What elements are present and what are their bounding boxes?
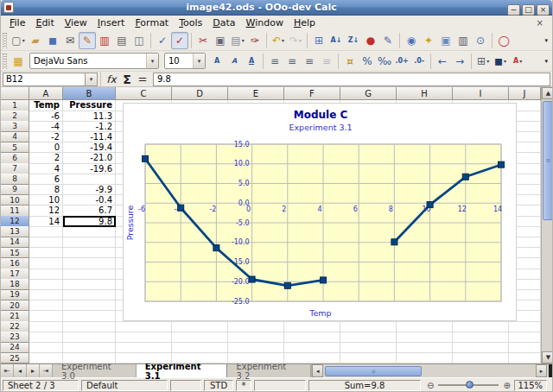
background-color-icon[interactable]: ◼▾ (492, 53, 509, 70)
spellcheck-icon[interactable]: ✓ (154, 32, 171, 49)
decrease-indent-icon[interactable]: ← (434, 53, 451, 70)
cell-B18[interactable] (63, 279, 116, 290)
formula-input[interactable]: 9.8 (153, 73, 550, 86)
borders-icon[interactable]: ⊞▾ (474, 53, 492, 70)
increase-indent-icon[interactable]: → (451, 53, 468, 70)
column-header-J[interactable]: J (509, 87, 541, 100)
sheet-position-field[interactable]: Sheet 2 / 3 (3, 380, 79, 391)
cell-C22[interactable] (116, 321, 172, 332)
cell-D22[interactable] (172, 321, 228, 332)
split-handle[interactable] (549, 364, 552, 377)
zoom-out-icon[interactable]: ⊖ (427, 381, 434, 390)
titlebar[interactable]: image42.ods - OOo-dev Calc −□× (1, 0, 552, 16)
row-header-6[interactable]: 6 (1, 153, 29, 164)
cell-B11[interactable]: 6.7 (63, 205, 116, 217)
cell-B15[interactable] (63, 248, 116, 259)
cell-B3[interactable]: -1.2 (63, 121, 116, 132)
row-header-4[interactable]: 4 (1, 132, 29, 143)
cell-A14[interactable] (29, 237, 63, 249)
vertical-scrollbar[interactable]: ▲ ≡ ▼ (541, 87, 553, 364)
column-header-A[interactable]: A (29, 87, 63, 100)
insert-hyperlink-icon[interactable]: ⊞ (310, 32, 327, 49)
delete-decimal-place-icon[interactable]: .0- (410, 53, 428, 70)
horizontal-scrollbar[interactable]: ◂ ≡ ▸ (311, 364, 552, 377)
zoom-slider-track[interactable] (438, 384, 499, 386)
navigator-icon[interactable]: ✦ (420, 32, 437, 49)
cell-A11[interactable]: 12 (29, 205, 63, 217)
cell-F22[interactable] (284, 321, 340, 332)
row-header-22[interactable]: 22 (1, 321, 29, 332)
show-draw-functions-icon[interactable]: ✎ (379, 32, 397, 49)
next-sheet-icon[interactable]: ▸ (27, 364, 40, 377)
add-decimal-place-icon[interactable]: .0+ (393, 53, 410, 70)
cell-A13[interactable] (29, 226, 63, 237)
cell-H25[interactable] (397, 353, 453, 364)
row-header-18[interactable]: 18 (1, 279, 29, 290)
row-header-24[interactable]: 24 (1, 343, 29, 354)
cell-A22[interactable] (29, 321, 63, 332)
cell-G24[interactable] (340, 343, 397, 354)
cell-A2[interactable]: -6 (29, 111, 63, 122)
cell-G25[interactable] (340, 353, 397, 364)
vertical-scrollbar-thumb[interactable]: ≡ (543, 101, 553, 220)
dropdown-arrow-icon[interactable]: ▾ (486, 59, 489, 64)
cell-B4[interactable]: -11.4 (63, 132, 116, 143)
sheet-tab-experiment-3-1[interactable]: Experiment 3.1 (137, 364, 228, 377)
column-header-H[interactable]: H (397, 87, 453, 100)
sum-field[interactable]: Sum=9.8 (308, 380, 421, 391)
maximize-button[interactable]: □ (522, 4, 535, 16)
sort-ascending-icon[interactable]: A↓ (327, 32, 345, 49)
underline-icon[interactable]: A (243, 53, 260, 70)
cell-B19[interactable] (63, 290, 116, 301)
menu-tools[interactable]: Tools (174, 16, 207, 29)
row-header-11[interactable]: 11 (1, 205, 29, 217)
row-header-17[interactable]: 17 (1, 269, 29, 280)
cell-D23[interactable] (172, 332, 228, 343)
toolbar-options-icon[interactable]: ▾ (542, 58, 550, 65)
cell-D24[interactable] (172, 343, 228, 354)
cell-F25[interactable] (284, 353, 340, 364)
align-left-icon[interactable]: ≡ (266, 53, 283, 70)
cell-A24[interactable] (29, 343, 63, 354)
cell-A10[interactable]: 10 (29, 195, 63, 206)
menu-data[interactable]: Data (207, 16, 240, 29)
copy-icon[interactable]: ▣ (212, 32, 229, 49)
number-format-standard-icon[interactable]: ‰ (376, 53, 393, 70)
cell-E22[interactable] (228, 321, 284, 332)
cell-B14[interactable] (63, 237, 116, 249)
page-style-field[interactable]: Default (81, 380, 168, 391)
cell-B16[interactable] (63, 258, 116, 269)
menu-help[interactable]: Help (289, 16, 321, 29)
cell-J24[interactable] (509, 343, 541, 354)
format-paintbrush-icon[interactable]: ✑ (246, 32, 264, 49)
cell-C24[interactable] (116, 343, 172, 354)
cell-E25[interactable] (228, 353, 284, 364)
scroll-down-icon[interactable]: ▼ (542, 351, 553, 364)
cell-A3[interactable]: -4 (29, 121, 63, 132)
row-header-16[interactable]: 16 (1, 258, 29, 269)
data-sources-icon[interactable]: ▥ (454, 32, 472, 49)
cell-B25[interactable] (63, 353, 116, 364)
column-header-G[interactable]: G (340, 87, 397, 100)
cell-H22[interactable] (397, 321, 453, 332)
font-name-dropdown-icon[interactable]: ▾ (146, 54, 158, 68)
edit-mode-icon[interactable]: ✎ (79, 32, 96, 49)
sheet-area[interactable]: ▲ ≡ ▼ ABCDEFGHIJ1TempPressure2-611.33-4-… (1, 87, 553, 364)
function-wizard-icon[interactable]: fx (104, 73, 119, 85)
dropdown-arrow-icon[interactable]: ▾ (242, 38, 245, 43)
row-header-7[interactable]: 7 (1, 163, 29, 174)
align-center-icon[interactable]: ≡ (283, 53, 301, 70)
row-header-9[interactable]: 9 (1, 185, 29, 196)
cell-I22[interactable] (453, 321, 509, 332)
auto-spellcheck-icon[interactable]: ✓ (171, 32, 188, 49)
cell-A19[interactable] (29, 290, 63, 301)
name-box[interactable]: B12 (3, 73, 86, 86)
open-icon[interactable]: ▰ (27, 32, 44, 49)
bold-icon[interactable]: A (208, 53, 226, 70)
column-header-B[interactable]: B (63, 87, 116, 100)
dropdown-arrow-icon[interactable]: ▾ (22, 38, 25, 43)
cell-B12[interactable]: 9.8 (63, 216, 116, 227)
cell-A21[interactable] (29, 311, 63, 322)
cell-B8[interactable] (63, 174, 116, 185)
font-size-dropdown-icon[interactable]: ▾ (193, 54, 205, 68)
